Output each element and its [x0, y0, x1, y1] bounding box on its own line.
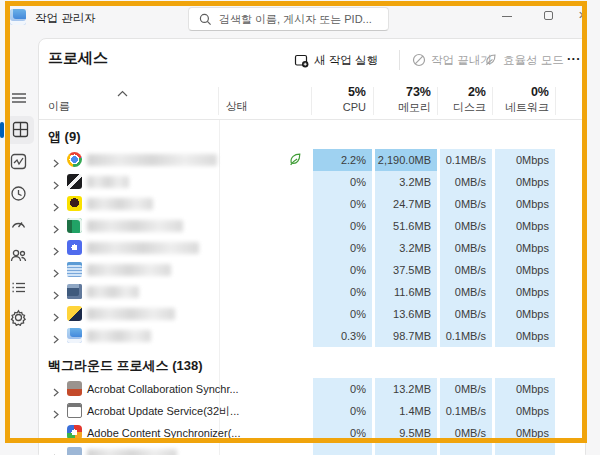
process-row[interactable]: 0%11.6MB0MB/s0Mbps: [39, 281, 585, 303]
task-manager-window: 작업 관리자 ✕: [0, 0, 600, 455]
search-input[interactable]: [219, 9, 384, 29]
sidebar-item-processes[interactable]: [12, 121, 32, 141]
close-button[interactable]: ✕: [564, 0, 600, 30]
sidebar-item-details[interactable]: [10, 279, 30, 299]
section-header: 백그라운드 프로세스 (138): [48, 357, 203, 375]
process-row[interactable]: 0%13.2MB0MB/s0MbpsAcrobat Collaboration …: [39, 378, 585, 400]
sort-ascending-icon[interactable]: [117, 83, 128, 101]
chevron-right-icon[interactable]: [51, 383, 60, 401]
process-name: Adobe Content Synchronizer(...: [87, 422, 240, 444]
process-row[interactable]: 2.2%2,190.0MB0.1MB/s0Mbps: [39, 149, 585, 171]
adobe-sync-icon: [67, 425, 82, 440]
column-header-status[interactable]: 상태: [226, 99, 248, 114]
net-cell: 0Mbps: [495, 237, 555, 259]
process-row[interactable]: 0%3.2MB0MB/s0Mbps: [39, 237, 585, 259]
net-cell: 0Mbps: [495, 259, 555, 281]
section-header: 앱 (9): [48, 128, 81, 146]
chevron-right-icon[interactable]: [51, 264, 60, 282]
sidebar-item-services[interactable]: [10, 309, 30, 329]
minimize-icon: [502, 16, 512, 17]
mem-cell: 2,190.0MB: [375, 149, 437, 171]
disk-cell: 0MB/s: [440, 422, 492, 444]
process-row[interactable]: 0.3%98.7MB0.1MB/s0Mbps: [39, 325, 585, 347]
table-header: 이름 상태 5%CPU 73%메모리 2%디스크 0%네트워크: [39, 82, 585, 120]
toolbar-separator: [399, 50, 400, 70]
process-row[interactable]: 0%9.5MB0MB/s0MbpsAdobe Content Synchroni…: [39, 422, 585, 444]
cpu-cell: 0%: [313, 237, 372, 259]
redacted-process-name: [87, 176, 129, 188]
sidebar-item-users[interactable]: [10, 247, 30, 267]
menu-icon[interactable]: [10, 89, 30, 109]
column-header-network[interactable]: 0%네트워크: [495, 84, 549, 118]
redacted-process-name: [87, 449, 177, 455]
net-cell: [495, 444, 555, 455]
chevron-right-icon[interactable]: [51, 220, 60, 238]
chevron-right-icon[interactable]: [51, 308, 60, 326]
column-header-cpu[interactable]: 5%CPU: [313, 84, 366, 118]
process-row[interactable]: 0%24.7MB0MB/s0Mbps: [39, 193, 585, 215]
efficiency-mode-label: 효율성 모드: [503, 53, 564, 68]
disk-cell: 0MB/s: [440, 259, 492, 281]
redacted-process-name: [87, 198, 153, 210]
cpu-cell: 0.3%: [313, 325, 372, 347]
more-options-button[interactable]: ...: [567, 48, 581, 63]
sidebar-item-startup-apps[interactable]: [10, 216, 30, 236]
end-task-button[interactable]: 작업 끝내기: [412, 51, 492, 69]
chevron-right-icon[interactable]: [51, 198, 60, 216]
net-cell: 0Mbps: [495, 149, 555, 171]
chrome-icon: [67, 152, 82, 167]
process-row[interactable]: 0%37.5MB0MB/s0Mbps: [39, 259, 585, 281]
net-cell: 0Mbps: [495, 325, 555, 347]
cpu-cell: 0%: [313, 193, 372, 215]
disk-cell: 0MB/s: [440, 237, 492, 259]
chevron-right-icon[interactable]: [51, 330, 60, 348]
mem-cell: 51.6MB: [375, 215, 437, 237]
cpu-cell: 0%: [313, 303, 372, 325]
search-icon: [199, 13, 212, 26]
redacted-process-name: [87, 308, 175, 320]
net-cell: 0Mbps: [495, 422, 555, 444]
cpu-cell: 0%: [313, 422, 372, 444]
column-header-name[interactable]: 이름: [48, 99, 70, 114]
process-name: Acrobat Update Service(32비...: [87, 400, 239, 422]
redacted-process-name: [87, 242, 199, 254]
process-row[interactable]: 0%51.6MB0MB/s0Mbps: [39, 215, 585, 237]
chevron-right-icon[interactable]: [51, 154, 60, 172]
process-row[interactable]: 0%13.6MB0MB/s0Mbps: [39, 303, 585, 325]
mem-cell: 11.6MB: [375, 281, 437, 303]
minimize-button[interactable]: [486, 0, 528, 30]
chevron-right-icon[interactable]: [51, 176, 60, 194]
chevron-right-icon[interactable]: [51, 286, 60, 304]
process-row[interactable]: 0%3.2MB0MB/s0Mbps: [39, 171, 585, 193]
leaf-icon: [484, 53, 498, 67]
disk-cell: 0MB/s: [440, 171, 492, 193]
disk-cell: 0.1MB/s: [440, 149, 492, 171]
search-box[interactable]: [188, 7, 389, 31]
mem-cell: 98.7MB: [375, 325, 437, 347]
run-new-task-button[interactable]: 새 작업 실행: [294, 51, 378, 69]
green-app-icon: [67, 218, 82, 233]
net-cell: 0Mbps: [495, 193, 555, 215]
process-row[interactable]: 0%1.4MB0.1MB/s0MbpsAcrobat Update Servic…: [39, 400, 585, 422]
mem-cell: [375, 444, 437, 455]
sidebar: [0, 38, 38, 455]
column-header-disk[interactable]: 2%디스크: [440, 84, 486, 118]
process-name: Acrobat Collaboration Synchr...: [87, 378, 239, 400]
chevron-right-icon[interactable]: [51, 449, 60, 455]
acrobat-update-icon: [67, 403, 82, 418]
chevron-right-icon[interactable]: [51, 405, 60, 423]
sidebar-item-performance[interactable]: [10, 153, 30, 173]
yellow-app-icon: [67, 306, 82, 321]
black-app-icon: [67, 174, 82, 189]
disk-cell: 0MB/s: [440, 281, 492, 303]
efficiency-leaf-icon: [288, 152, 303, 171]
sidebar-item-app-history[interactable]: [10, 185, 30, 205]
chevron-right-icon[interactable]: [51, 242, 60, 260]
new-task-icon: [294, 53, 309, 68]
column-header-memory[interactable]: 73%메모리: [375, 84, 431, 118]
cpu-cell: 0%: [313, 281, 372, 303]
calculator-icon: [67, 284, 82, 299]
efficiency-mode-button[interactable]: 효율성 모드: [484, 51, 564, 69]
redacted-process-name: [87, 220, 183, 232]
process-row[interactable]: [39, 444, 585, 455]
